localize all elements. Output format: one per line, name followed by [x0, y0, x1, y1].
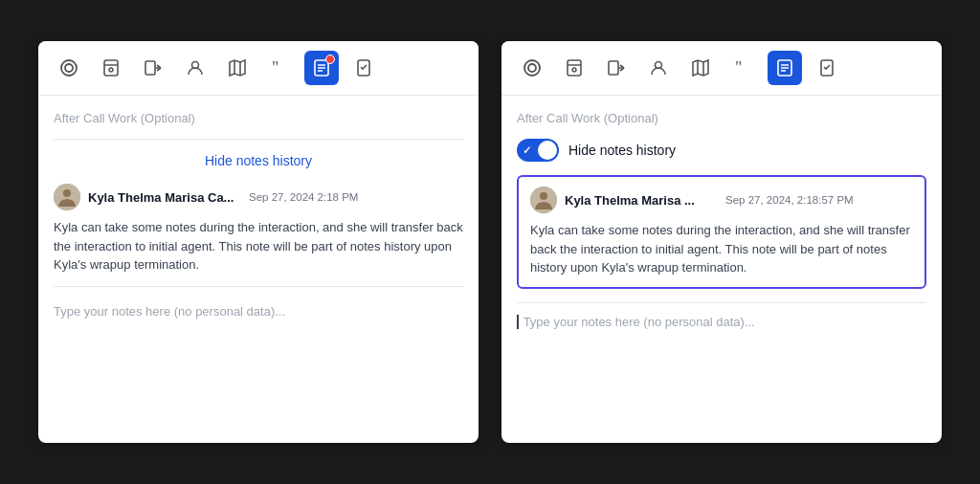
note-body-right: Kyla can take some notes during the inte…: [530, 221, 913, 277]
contact-icon-right[interactable]: [557, 51, 591, 85]
svg-point-41: [540, 192, 547, 200]
svg-point-1: [65, 64, 73, 72]
right-panel: " After Call Work (Optional): [501, 41, 942, 443]
transfer-icon[interactable]: [136, 51, 170, 85]
toggle-label: Hide notes history: [568, 143, 676, 158]
tasks-icon[interactable]: [346, 51, 381, 85]
svg-text:": ": [272, 58, 278, 77]
note-history-card-right: Kyla Thelma Marisa ... Sep 27, 2024, 2:1…: [517, 175, 926, 289]
person-icon-right[interactable]: [641, 51, 676, 85]
hide-notes-history-link[interactable]: Hide notes history: [54, 153, 463, 168]
svg-point-25: [572, 68, 576, 72]
note-author-right: Kyla Thelma Marisa ...: [565, 193, 718, 208]
svg-rect-26: [609, 61, 618, 75]
dial-icon-right[interactable]: [515, 51, 549, 85]
cursor-indicator: [517, 315, 523, 329]
svg-point-0: [61, 60, 77, 76]
note-header-right: Kyla Thelma Marisa ... Sep 27, 2024, 2:1…: [530, 187, 913, 213]
dial-icon[interactable]: [52, 51, 86, 85]
avatar-right: [530, 187, 557, 213]
map-icon-right[interactable]: [683, 51, 718, 85]
left-panel-content: After Call Work (Optional) Hide notes hi…: [38, 96, 479, 334]
hide-notes-toggle[interactable]: ✓: [517, 139, 559, 162]
notification-badge: [325, 55, 335, 64]
note-header: Kyla Thelma Marisa Ca... Sep 27, 2024 2:…: [54, 184, 463, 210]
notes-divider: [54, 286, 463, 287]
transfer-icon-right[interactable]: [599, 51, 634, 85]
after-call-label: After Call Work (Optional): [54, 111, 463, 125]
note-body: Kyla can take some notes during the inte…: [54, 218, 463, 275]
person-icon[interactable]: [178, 51, 212, 85]
notes-input-placeholder-right[interactable]: Type your notes here (no personal data).…: [517, 302, 926, 329]
checkmark-icon: ✓: [523, 144, 531, 157]
note-author: Kyla Thelma Marisa Ca...: [88, 190, 241, 205]
note-timestamp-right: Sep 27, 2024, 2:18:57 PM: [725, 194, 854, 206]
svg-text:": ": [735, 58, 742, 77]
right-toolbar: ": [501, 41, 942, 96]
svg-rect-5: [145, 61, 155, 75]
svg-point-21: [524, 60, 540, 76]
note-history-card: Kyla Thelma Marisa Ca... Sep 27, 2024 2:…: [54, 184, 463, 275]
notes-tab-icon[interactable]: [304, 51, 339, 85]
tasks-icon-right[interactable]: [810, 51, 844, 85]
right-panel-content: After Call Work (Optional) ✓ Hide notes …: [501, 96, 942, 344]
svg-point-22: [528, 64, 536, 72]
map-icon[interactable]: [220, 51, 255, 85]
svg-marker-31: [693, 60, 708, 76]
svg-point-20: [63, 189, 71, 197]
note-timestamp: Sep 27, 2024 2:18 PM: [249, 191, 358, 203]
avatar: [54, 184, 80, 210]
quote-icon[interactable]: ": [262, 51, 297, 85]
left-toolbar: ": [38, 41, 479, 96]
left-panel: ": [38, 41, 479, 443]
after-call-label-right: After Call Work (Optional): [517, 111, 926, 125]
svg-point-4: [109, 68, 113, 72]
svg-marker-10: [230, 60, 245, 76]
divider: [54, 139, 463, 140]
notes-input-placeholder[interactable]: Type your notes here (no personal data).…: [54, 300, 463, 319]
contact-icon[interactable]: [94, 51, 128, 85]
quote-icon-right[interactable]: ": [725, 51, 760, 85]
notes-tab-icon-right[interactable]: [768, 51, 802, 85]
toggle-row: ✓ Hide notes history: [517, 139, 926, 162]
toggle-knob: [538, 141, 557, 160]
